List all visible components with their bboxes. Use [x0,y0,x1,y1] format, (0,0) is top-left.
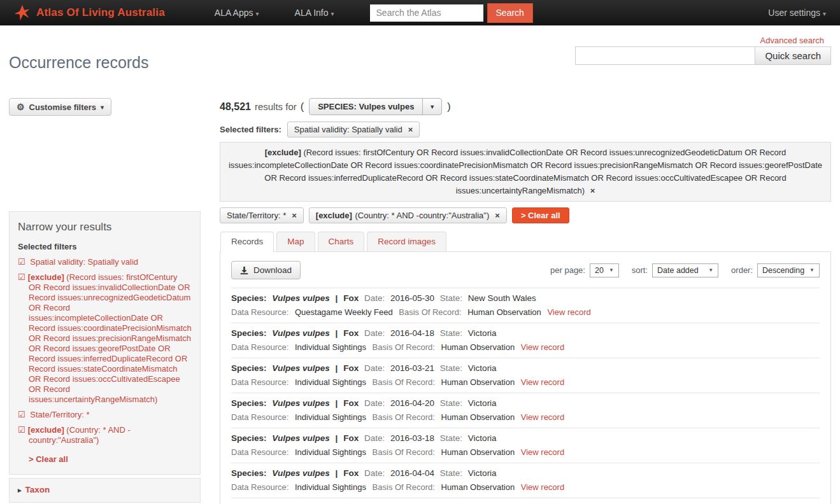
basis-label: Basis Of Record: [399,307,461,317]
record-line-1: Species: Vulpes vulpes | Fox Date: 2016-… [231,328,820,338]
data-resource-label: Data Resource: [231,482,288,492]
data-resource-value: Questagame Weekly Feed [295,307,393,317]
record-line-1: Species: Vulpes vulpes | Fox Date: 2016-… [231,363,820,373]
tab-record-images[interactable]: Record images [367,232,446,251]
close-icon[interactable]: × [408,125,413,134]
basis-value: Human Observation [441,412,515,422]
species-label: Species: [231,433,267,443]
page-title: Occurrence records [9,53,149,72]
species-label: Species: [231,363,267,373]
quick-search-input[interactable] [575,46,755,65]
chevron-down-icon: ▼ [708,267,713,273]
view-record-link[interactable]: View record [521,482,564,492]
paren-open: ( [301,101,304,113]
record-row: Species: Vulpes vulpes | Fox Date: 2016-… [231,428,820,463]
close-icon[interactable]: × [590,186,595,195]
record-line-2: Data Resource: Individual Sightings Basi… [231,377,820,387]
sort-select[interactable]: Date added▼ [652,263,718,277]
data-resource-value: Individual Sightings [295,482,366,492]
scientific-name: Vulpes vulpes [272,293,330,303]
clear-all-button[interactable]: > Clear all [512,207,569,223]
records-tab-panel: Download per page: 20▼ sort: Date added▼… [220,252,831,504]
species-label: Species: [231,468,267,478]
basis-label: Basis Of Record: [373,447,435,457]
date-label: Date: [364,293,385,303]
taxon-section-toggle[interactable]: ▸Taxon [18,485,50,494]
state-label: State: [440,293,462,303]
chevron-down-icon: ▾ [256,10,259,17]
common-name: Fox [343,293,359,303]
sidebar-clear-all-link[interactable]: > Clear all [29,454,68,464]
selected-filter-link[interactable]: ☑[exclude] (Country: * AND -country:"Aus… [18,425,192,445]
separator: | [336,433,338,443]
chevron-down-icon: ▾ [823,10,826,17]
basis-value: Human Observation [441,482,515,492]
order-label: order: [731,265,753,275]
record-line-1: Species: Vulpes vulpes | Fox Date: 2016-… [231,293,820,303]
species-query-button[interactable]: SPECIES: Vulpes vulpes ▼ [309,98,442,115]
atlas-search-button[interactable]: Search [487,3,533,23]
state-label: State: [440,433,462,443]
record-line-1: Species: Vulpes vulpes | Fox Date: 2016-… [231,433,820,443]
common-name: Fox [343,398,359,408]
basis-value: Human Observation [467,307,541,317]
basis-value: Human Observation [441,377,515,387]
date-value: 2016-04-20 [390,398,434,408]
species-label: Species: [231,398,267,408]
selected-filter-link[interactable]: ☑[exclude] (Record issues: firstOfCentur… [18,272,192,405]
view-record-link[interactable]: View record [521,412,564,422]
data-resource-label: Data Resource: [231,342,288,352]
atlas-search-input[interactable] [370,4,483,22]
view-record-link[interactable]: View record [521,342,564,352]
paren-close: ) [447,101,450,113]
user-settings-menu[interactable]: User settings▾ [768,8,826,18]
date-label: Date: [364,328,385,338]
order-select[interactable]: Descending▼ [757,263,820,277]
date-label: Date: [364,398,385,408]
chevron-down-icon[interactable]: ▼ [422,99,441,115]
species-label: Species: [231,328,267,338]
filter-chip-state[interactable]: State/Territory: * × [220,207,304,223]
quick-search-button[interactable]: Quick search [755,46,831,65]
record-line-2: Data Resource: Questagame Weekly Feed Ba… [231,307,820,317]
view-record-link[interactable]: View record [521,377,564,387]
basis-label: Basis Of Record: [373,342,435,352]
basis-label: Basis Of Record: [373,377,435,387]
view-record-link[interactable]: View record [547,307,590,317]
close-icon[interactable]: × [292,211,297,220]
download-button[interactable]: Download [231,261,301,279]
view-record-link[interactable]: View record [521,447,564,457]
record-row: Species: Vulpes vulpes | Fox Date: 2016-… [231,288,820,323]
customise-filters-button[interactable]: ⚙ Customise filters ▾ [9,98,111,116]
date-label: Date: [364,363,385,373]
filter-chip-spatial[interactable]: Spatial validity: Spatially valid × [287,122,420,137]
nav-ala-info[interactable]: ALA Info▾ [295,8,334,18]
per-page-select[interactable]: 20▼ [590,263,619,277]
record-row: Species: Vulpes vulpes | Fox Date: 2016-… [231,323,820,358]
species-label: Species: [231,293,267,303]
advanced-search-link[interactable]: Advanced search [760,36,824,45]
quick-search-bar: Quick search [575,46,831,65]
date-label: Date: [364,433,385,443]
tab-records[interactable]: Records [220,232,274,252]
date-value: 2016-05-30 [390,293,434,303]
selected-filter-link[interactable]: ☑ State/Territory: * [18,410,192,420]
scientific-name: Vulpes vulpes [272,398,330,408]
state-label: State: [440,328,462,338]
selected-filters-heading: Selected filters [18,242,192,251]
tab-map[interactable]: Map [276,232,315,251]
filter-chip-country-exclude[interactable]: [exclude] (Country: * AND -country:"Aust… [309,207,507,223]
data-resource-label: Data Resource: [231,377,288,387]
separator: | [336,363,338,373]
selected-filters-list: ☑ Spatial validity: Spatially valid ☑[ex… [18,257,192,445]
data-resource-value: Individual Sightings [295,412,366,422]
state-label: State: [440,398,462,408]
selected-filter-link[interactable]: ☑ Spatial validity: Spatially valid [18,257,192,267]
separator: | [336,398,338,408]
close-icon[interactable]: × [495,211,500,220]
date-value: 2016-03-18 [390,433,434,443]
checkbox-checked-icon: ☑ [18,272,25,282]
brand-title[interactable]: Atlas Of Living Australia [36,6,165,19]
nav-ala-apps[interactable]: ALA Apps▾ [215,8,259,18]
tab-charts[interactable]: Charts [318,232,365,251]
